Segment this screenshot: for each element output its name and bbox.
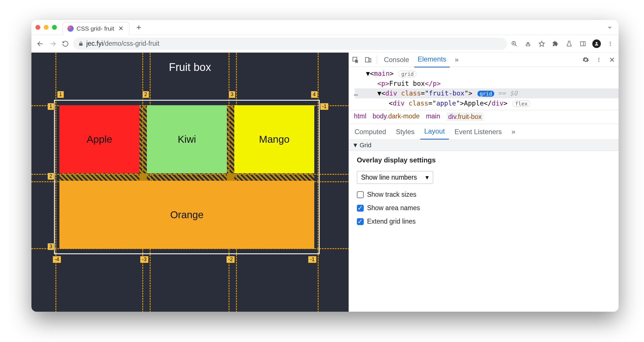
- kebab-icon[interactable]: [593, 54, 604, 65]
- forward-button[interactable]: [48, 39, 58, 49]
- dom-tree[interactable]: ▼<main> grid <p>Fruit box</p> ▼<div clas…: [349, 67, 619, 110]
- window-controls: [35, 25, 57, 30]
- option-label: Show track sizes: [367, 191, 417, 198]
- select-value: Show line numbers: [361, 174, 417, 181]
- devtools-panel: Console Elements » ▼<main> grid <p>Fruit…: [349, 53, 619, 312]
- grid-badge[interactable]: grid: [399, 71, 416, 77]
- overlay-settings-title: Overlay display settings: [357, 156, 611, 164]
- crumb-main[interactable]: main: [426, 112, 440, 121]
- tab-elements[interactable]: Elements: [414, 53, 450, 67]
- checkbox-track-sizes[interactable]: [357, 191, 364, 198]
- subtabs-overflow[interactable]: »: [507, 124, 519, 139]
- nav-toolbar: jec.fyi/demo/css-grid-fruit: [31, 35, 619, 53]
- option-label: Show area names: [367, 204, 420, 212]
- chevron-down-icon: ▾: [425, 174, 429, 181]
- option-track-sizes[interactable]: Show track sizes: [357, 191, 611, 198]
- svg-point-11: [610, 41, 611, 42]
- maximize-window-button[interactable]: [52, 25, 57, 30]
- svg-point-17: [598, 57, 599, 58]
- cell-mango: Mango: [234, 105, 314, 173]
- option-area-names[interactable]: ✓ Show area names: [357, 204, 611, 212]
- tab-close-button[interactable]: ✕: [117, 25, 125, 32]
- line-label: -4: [53, 256, 61, 263]
- svg-marker-7: [539, 41, 544, 46]
- address-bar[interactable]: jec.fyi/demo/css-grid-fruit: [73, 38, 507, 50]
- browser-tab[interactable]: CSS grid- fruit ✕: [63, 22, 129, 35]
- svg-rect-8: [581, 41, 585, 46]
- dom-node-apple[interactable]: <div class="apple">Apple</div> flex: [355, 98, 619, 108]
- zoom-icon[interactable]: [510, 39, 519, 48]
- overlay-options: Show track sizes ✓ Show area names ✓ Ext…: [357, 191, 611, 225]
- new-tab-button[interactable]: +: [132, 23, 145, 32]
- menu-icon[interactable]: [606, 39, 615, 48]
- option-extend-lines[interactable]: ✓ Extend grid lines: [357, 218, 611, 225]
- dom-node-p[interactable]: <p>Fruit box</p>: [355, 79, 619, 89]
- tabs-overflow[interactable]: »: [451, 53, 462, 67]
- tab-console[interactable]: Console: [381, 53, 413, 67]
- line-label: 3: [229, 91, 235, 98]
- svg-point-18: [598, 59, 599, 60]
- close-window-button[interactable]: [35, 25, 40, 30]
- option-label: Extend grid lines: [367, 218, 416, 225]
- cell-apple: Apple: [59, 105, 139, 173]
- profile-avatar[interactable]: [592, 39, 601, 48]
- subtab-styles[interactable]: Styles: [392, 124, 418, 139]
- sidepanel-icon[interactable]: [579, 39, 587, 48]
- grid-cells: Apple Kiwi Mango Orange: [59, 105, 314, 249]
- page-viewport: Fruit box Apple Kiwi Mango Or: [31, 53, 349, 312]
- extensions-icon[interactable]: [551, 39, 560, 48]
- crumb-fruit-box[interactable]: div.fruit-box: [447, 112, 483, 121]
- svg-point-13: [610, 45, 611, 46]
- crumb-body[interactable]: body.dark-mode: [373, 112, 420, 121]
- line-label: -3: [140, 256, 149, 263]
- line-label: 1: [47, 103, 54, 110]
- dom-node-fruit-box[interactable]: ▼<div class="fruit-box"> grid== $0: [355, 88, 619, 98]
- inspect-icon[interactable]: [350, 54, 361, 65]
- tab-title: CSS grid- fruit: [77, 25, 114, 32]
- device-icon[interactable]: [363, 54, 373, 65]
- line-label: 3: [47, 243, 54, 250]
- reload-button[interactable]: [61, 39, 70, 49]
- cell-kiwi: Kiwi: [147, 105, 227, 173]
- svg-rect-15: [365, 57, 369, 62]
- line-label: -2: [226, 256, 235, 263]
- svg-rect-16: [369, 59, 371, 62]
- gear-icon[interactable]: [580, 54, 591, 65]
- divider: [377, 55, 377, 64]
- flex-badge[interactable]: flex: [513, 100, 530, 107]
- titlebar: CSS grid- fruit ✕ +: [31, 20, 619, 35]
- crumb-html[interactable]: html: [354, 112, 366, 121]
- page-title: Fruit box: [31, 61, 349, 73]
- line-numbers-select[interactable]: Show line numbers ▾: [357, 171, 433, 184]
- content-area: Fruit box Apple Kiwi Mango Or: [31, 53, 619, 312]
- grid-overlay: Apple Kiwi Mango Orange 1 2 3 4 1 2 3 -1…: [55, 101, 318, 253]
- grid-badge-active[interactable]: grid: [477, 91, 494, 97]
- subtab-listeners[interactable]: Event Listeners: [451, 124, 506, 139]
- checkbox-extend-lines[interactable]: ✓: [357, 218, 364, 225]
- svg-point-12: [610, 43, 611, 44]
- svg-point-19: [598, 61, 599, 62]
- back-button[interactable]: [35, 39, 45, 49]
- subtab-layout[interactable]: Layout: [420, 124, 449, 140]
- subtab-computed[interactable]: Computed: [351, 124, 390, 139]
- favicon-icon: [67, 25, 74, 32]
- toolbar-icons: [510, 39, 615, 48]
- svg-line-3: [515, 44, 517, 46]
- devtools-toolbar: Console Elements »: [349, 53, 619, 67]
- layout-pane: Overlay display settings Show line numbe…: [349, 151, 619, 230]
- line-label: -1: [308, 256, 317, 263]
- breadcrumb: html body.dark-mode main div.fruit-box: [349, 110, 619, 124]
- close-devtools-button[interactable]: [607, 54, 617, 65]
- checkbox-area-names[interactable]: ✓: [357, 205, 364, 212]
- share-icon[interactable]: [524, 39, 532, 48]
- bookmark-icon[interactable]: [537, 39, 546, 48]
- minimize-window-button[interactable]: [44, 25, 49, 30]
- grid-section-header[interactable]: ▼Grid: [349, 140, 619, 151]
- labs-icon[interactable]: [565, 39, 573, 48]
- line-label: 4: [311, 91, 318, 98]
- svg-point-10: [596, 42, 597, 44]
- tab-overflow-button[interactable]: [605, 23, 615, 32]
- url-text: jec.fyi/demo/css-grid-fruit: [86, 40, 159, 47]
- line-label: 2: [47, 173, 54, 180]
- dom-node-main[interactable]: ▼<main> grid: [355, 69, 619, 79]
